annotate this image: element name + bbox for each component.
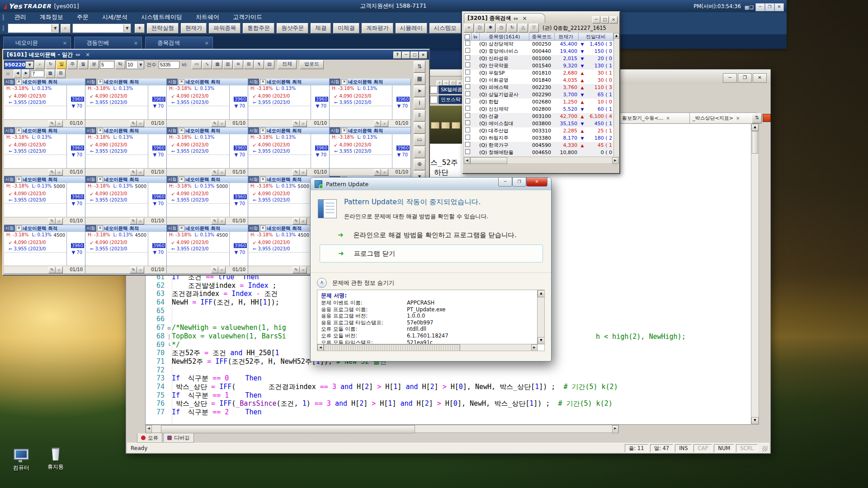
layout-grid-icon[interactable]: ▦ — [45, 69, 55, 78]
mini-chart-cell[interactable]: 시험×네오이뮨텍 최적H: -3.18%L: 0.13%↙ 4,090 (202… — [330, 127, 411, 176]
mini-chart-cell[interactable]: 시험×네오이뮨텍 최적5000H: -3.18%L: 0.13%↙ 4,090 … — [4, 176, 85, 225]
chart-type-icon[interactable]: ▤ — [264, 60, 274, 69]
row-checkbox[interactable] — [465, 70, 470, 75]
search-tool-icon[interactable]: ↻ — [507, 23, 517, 33]
collapse-icon[interactable]: ʌ — [317, 278, 327, 288]
edit-icon[interactable]: ✎ — [374, 169, 381, 176]
close-icon[interactable]: × — [260, 128, 266, 134]
mini-chart-cell[interactable]: 시험×네오이뮨텍 최적H: -3.18%L: 0.13%↙ 4,090 (202… — [167, 127, 248, 176]
screen-input[interactable] — [73, 25, 123, 32]
zoom-icon[interactable]: ⌕ — [381, 169, 388, 176]
row-checkbox[interactable] — [465, 113, 470, 118]
chart-tool-icon[interactable]: ➤ — [414, 85, 425, 97]
close-button[interactable]: × — [419, 52, 427, 59]
chevron-down-icon[interactable]: ▼ — [137, 61, 144, 68]
editor-tab[interactable]: 횡보찾기_수동<...× — [619, 113, 694, 124]
scroll-thumb[interactable] — [470, 157, 507, 164]
upload-button[interactable]: 업로드 — [300, 60, 324, 69]
scroll-right-icon[interactable]: ▶ — [612, 425, 618, 433]
table-row[interactable]: (Q) 삼천당제약00025045,400▼1,450 ( 3 — [464, 41, 613, 48]
row-checkbox[interactable] — [465, 55, 470, 60]
scroll-up-icon[interactable]: ▲ — [613, 33, 619, 39]
dialog-titlebar[interactable]: Pattern Update ─❐✕ — [311, 178, 551, 190]
close-icon[interactable]: × — [16, 128, 22, 134]
mini-chart-cell[interactable]: 시험×네오이뮨텍 최적5000H: -3.18%L: 0.13%↙ 4,090 … — [85, 176, 167, 225]
mini-chart-cell[interactable]: 시험×네오이뮨텍 최적H: -3.18%L: 0.13%↙ 4,090 (202… — [85, 127, 167, 176]
close-button[interactable]: ✕ — [526, 178, 547, 187]
chevron-down-icon[interactable]: ▼ — [123, 24, 131, 32]
help-button[interactable]: ? — [393, 52, 401, 59]
mini-chart-cell[interactable]: 시험×네오이뮨텍 최적4500H: -3.18%L: 0.13%↙ 4,090 … — [85, 225, 167, 274]
row-checkbox[interactable] — [465, 91, 470, 96]
maximize-button[interactable]: □ — [601, 16, 609, 23]
hide-details-toggle[interactable]: ʌ 문제에 관한 정보 숨기기 — [317, 278, 394, 288]
check-online-option[interactable]: ➜ 온라인으로 해결 방법을 확인하고 프로그램을 닫습니다. — [338, 231, 517, 239]
menu-item-고객가이드[interactable]: 고객가이드 — [226, 12, 269, 22]
edit-icon[interactable]: ✎ — [292, 267, 300, 273]
edit-icon[interactable]: ✎ — [48, 169, 56, 176]
toolbar-button-통합주문[interactable]: 통합주문 — [243, 23, 274, 33]
scroll-down-icon[interactable]: ▼ — [538, 337, 545, 344]
row-checkbox[interactable] — [465, 41, 470, 46]
resize-grip[interactable] — [762, 446, 768, 451]
search-tool-icon[interactable]: ◷ — [496, 23, 506, 33]
scroll-left-icon[interactable]: ◀ — [464, 157, 470, 164]
mini-chart-cell[interactable]: 시험×네오이뮨텍 최적H: -3.18%L: 0.13%↙ 4,090 (202… — [167, 79, 248, 127]
edit-icon[interactable]: ✎ — [130, 169, 137, 176]
period-button-주[interactable]: 주 — [67, 60, 77, 69]
grid-icon[interactable]: ▦ — [745, 5, 749, 10]
editor-tab[interactable]: _박스상단<지표>× — [689, 113, 756, 124]
chart-type-icon[interactable]: ▦ — [212, 60, 222, 69]
menu-item-주문[interactable]: 주문 — [70, 12, 95, 22]
table-row[interactable]: (Q) 한국가구0045904,330▲45 ( 1 — [464, 142, 613, 149]
edit-icon[interactable]: ✎ — [211, 120, 218, 127]
toolbar-button-시뮬레이[interactable]: 시뮬레이 — [396, 23, 427, 33]
chart-tool-icon[interactable]: ▦ — [414, 73, 425, 85]
close-icon[interactable]: × — [179, 225, 184, 231]
chart-type-icon[interactable]: ▭ — [192, 60, 202, 69]
table-horizontal-scrollbar[interactable]: ◀ ▶ — [464, 157, 618, 163]
scroll-right-icon[interactable]: ▶ — [531, 344, 538, 351]
edit-icon[interactable]: ✎ — [130, 267, 137, 273]
table-row[interactable]: (Q) 에이스침대00380035,150▼450 ( 1 — [464, 120, 613, 127]
zoom-icon[interactable]: ⌕ — [56, 120, 63, 127]
table-row[interactable]: (Q) 선광00310042,700▲6,100 ( 4 — [464, 113, 613, 120]
row-checkbox[interactable] — [465, 62, 470, 67]
close-icon[interactable]: ✕ — [523, 15, 527, 22]
toolbar-button-전략실행[interactable]: 전략실행 — [147, 23, 179, 33]
row-checkbox[interactable] — [465, 142, 470, 147]
screen-combo[interactable]: ▼ — [72, 23, 131, 33]
table-row[interactable]: (Q) 무림SP0018102,680▲30 ( 1 — [464, 70, 613, 77]
close-icon[interactable]: × — [16, 225, 22, 231]
close-icon[interactable]: × — [205, 40, 212, 46]
scroll-thumb[interactable] — [324, 344, 460, 351]
edit-icon[interactable]: ✎ — [48, 120, 56, 127]
refresh-icon[interactable]: ↻ — [46, 60, 56, 69]
close-icon[interactable]: × — [179, 128, 184, 134]
menu-item-차트쉐어[interactable]: 차트쉐어 — [189, 12, 226, 22]
all-button[interactable]: 전체 — [278, 60, 297, 69]
close-icon[interactable]: × — [97, 225, 103, 231]
scroll-thumb[interactable] — [752, 131, 758, 154]
row-checkbox[interactable] — [465, 135, 470, 140]
row-checkbox[interactable] — [465, 120, 470, 125]
mini-chart-cell[interactable]: 시험×네오이뮨텍 최적H: -3.18%L: 0.13%↙ 4,090 (202… — [248, 127, 330, 176]
row-checkbox[interactable] — [465, 48, 470, 53]
zoom-icon[interactable]: ⌕ — [35, 60, 45, 69]
zoom-icon[interactable]: ⌕ — [137, 218, 144, 225]
search-tool-icon[interactable]: ▽ — [529, 23, 539, 33]
close-button[interactable]: × — [609, 16, 618, 23]
zoom-icon[interactable]: ⌕ — [300, 169, 307, 176]
search-tool-icon[interactable]: « — [464, 23, 474, 33]
scroll-up-icon[interactable]: ▲ — [538, 290, 545, 297]
zoom-icon[interactable]: ⌕ — [300, 218, 307, 225]
row-checkbox[interactable] — [465, 127, 470, 132]
menu-item-시스템트레이딩[interactable]: 시스템트레이딩 — [134, 12, 189, 22]
close-icon[interactable]: × — [179, 79, 184, 85]
desktop-icon-computer[interactable]: 컴퓨터 — [6, 449, 36, 472]
period-button-분[interactable]: 분 — [89, 60, 99, 69]
zoom-icon[interactable]: ⌕ — [218, 218, 226, 225]
search-tool-icon[interactable]: △ — [518, 23, 528, 33]
chevron-down-icon[interactable]: ▼ — [25, 61, 33, 68]
minimize-button[interactable]: ─ — [755, 3, 765, 11]
